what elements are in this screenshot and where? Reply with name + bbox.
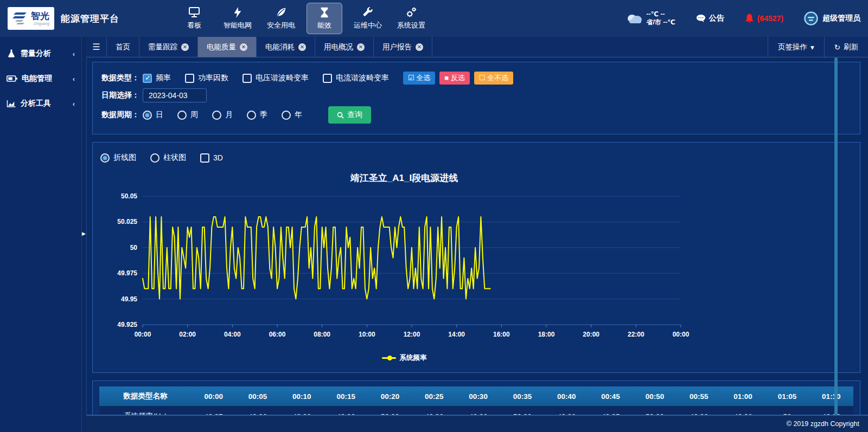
svg-text:22:00: 22:00 [628,331,644,338]
sidebar: 需量分析 ‹ 电能管理 ‹ 分析工具 ‹ [0,37,81,432]
query-button[interactable]: 查询 [328,106,371,124]
nav-ops-center[interactable]: 运维中心 [350,3,386,34]
table-body: 系统频率(Hz)49.9749.9649.9649.9650.0349.9649… [99,406,853,415]
table-header-cell: 00:10 [280,386,324,406]
radio-bar-chart[interactable]: 柱状图 [150,153,186,163]
svg-text:12:00: 12:00 [404,331,420,338]
hourglass-icon [318,7,330,18]
table-header-cell: 数据类型名称 [99,386,192,406]
nav-dashboard[interactable]: 看板 [176,3,212,34]
date-input[interactable] [143,88,207,102]
gears-icon [405,7,418,18]
cloud-icon [625,12,643,25]
frequency-line-chart[interactable]: 50.0550.0255049.97549.9549.92500:0002:00… [100,186,708,349]
legend-label: 系统频率 [400,353,427,363]
user-menu[interactable]: 超级管理员 [804,11,860,25]
tab-user-report[interactable]: 用户报告✕ [374,37,432,57]
svg-text:04:00: 04:00 [224,331,241,338]
checkbox-current-thd[interactable]: 电流谐波畸变率 [323,73,389,83]
checkbox-frequency[interactable]: 频率 [143,73,171,83]
radio-icon [143,111,152,120]
table-cell: 50.03 [500,406,544,415]
flask-icon [7,49,16,59]
table-cell: 49.96 [280,406,324,415]
alerts-button[interactable]: (64527) [745,14,783,23]
close-icon[interactable]: ✕ [416,43,423,51]
battery-icon [7,74,17,83]
data-table-panel: 数据类型名称00:0000:0500:1000:1500:2000:2500:3… [92,381,860,415]
sidebar-collapse-handle[interactable]: ▶ [81,37,86,432]
svg-text:10:00: 10:00 [359,331,375,338]
table-header-cell: 00:15 [324,386,368,406]
nav-smart-grid[interactable]: 智能电网 [220,3,256,34]
speech-bubble-icon [696,14,706,23]
table-header-cell: 00:45 [589,386,633,406]
table-header-cell: 00:55 [677,386,721,406]
nav-energy-efficiency[interactable]: 能效 [307,3,342,34]
nav-safe-power[interactable]: 安全用电 [263,3,299,34]
sidebar-item-demand-analysis[interactable]: 需量分析 ‹ [0,41,81,66]
alert-count: (64527) [757,14,783,23]
svg-text:49.975: 49.975 [117,269,137,277]
table-header-cell: 01:00 [721,386,765,406]
tab-power-overview[interactable]: 用电概况✕ [315,37,374,57]
svg-text:06:00: 06:00 [269,331,286,338]
radio-day[interactable]: 日 [143,110,163,120]
select-all-button[interactable]: ☑ 全选 [403,72,435,85]
checkbox-power-factor[interactable]: 功率因数 [185,73,228,83]
radio-icon [150,153,159,163]
wrench-icon [362,7,374,18]
tab-power-quality[interactable]: 电能质量✕ [198,37,257,57]
vertical-scrollbar[interactable] [834,57,838,415]
sidebar-item-energy-management[interactable]: 电能管理 ‹ [0,66,81,91]
checkbox-icon [242,74,252,83]
checkbox-3d[interactable]: 3D [200,153,223,163]
tab-home[interactable]: 首页 [107,37,139,57]
close-icon[interactable]: ✕ [298,43,306,51]
radio-year[interactable]: 年 [282,110,302,120]
invert-selection-button[interactable]: ■ 反选 [439,72,469,85]
tab-operations-dropdown[interactable]: 页签操作▾ [768,37,824,57]
radio-week[interactable]: 周 [177,110,198,120]
refresh-icon: ↻ [834,43,840,51]
tabs-menu-button[interactable]: ☰ [86,37,107,57]
announcement-button[interactable]: 公告 [696,14,724,23]
expand-arrow-icon: ▶ [82,231,86,236]
data-type-label: 数据类型： [101,73,139,83]
table-row: 系统频率(Hz)49.9749.9649.9649.9650.0349.9649… [99,406,853,415]
svg-text:08:00: 08:00 [314,331,330,338]
table-header-cell: 00:30 [456,386,500,406]
radio-month[interactable]: 月 [212,110,233,120]
app-title: 能源管理平台 [61,12,119,25]
search-icon [337,112,344,119]
close-icon[interactable]: ✕ [240,43,247,51]
table-cell: 50 [765,406,809,415]
company-logo: 智光 Zhiguang [8,7,54,30]
table-header-cell: 00:25 [412,386,456,406]
tab-bar: ☰ 首页 需量跟踪✕ 电能质量✕ 电能消耗✕ 用电概况✕ 用户报告✕ 页签操作▾… [86,37,868,57]
main-nav: 看板 智能电网 安全用电 能效 运维中心 系统设置 [176,3,429,34]
close-icon[interactable]: ✕ [181,43,189,51]
sidebar-item-analysis-tools[interactable]: 分析工具 ‹ [0,91,81,116]
tab-energy-consumption[interactable]: 电能消耗✕ [257,37,315,57]
svg-text:00:00: 00:00 [673,331,690,338]
page-footer: © 2019 zgzdh Copyright [86,415,868,432]
tab-demand-tracking[interactable]: 需量跟踪✕ [139,37,198,57]
checkbox-voltage-thd[interactable]: 电压谐波畸变率 [242,73,309,83]
svg-text:18:00: 18:00 [538,331,555,338]
checkbox-icon [200,153,209,163]
table-cell: 49.96 [235,406,279,415]
close-icon[interactable]: ✕ [357,43,365,51]
svg-text:20:00: 20:00 [583,331,599,338]
chart-legend[interactable]: 系统频率 [100,353,708,363]
select-none-button[interactable]: ☐ 全不选 [474,72,513,85]
weather-widget: --℃ -- 省/市 --℃ [625,10,675,27]
refresh-button[interactable]: ↻刷新 [824,37,868,57]
logo-stripes-icon [12,11,29,25]
svg-text:00:00: 00:00 [135,331,151,338]
radio-quarter[interactable]: 季 [247,110,267,120]
svg-text:16:00: 16:00 [493,331,510,338]
data-period-label: 数据周期： [101,110,139,120]
nav-system-settings[interactable]: 系统设置 [393,3,429,34]
radio-line-chart[interactable]: 折线图 [100,153,136,163]
